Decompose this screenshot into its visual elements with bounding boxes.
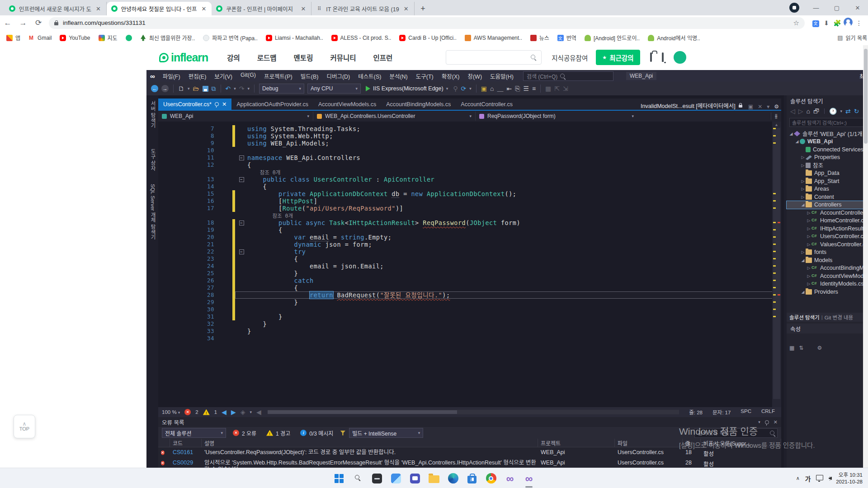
page-scrollbar[interactable] bbox=[863, 45, 868, 468]
bookmark-star-icon[interactable]: ☆ bbox=[793, 19, 799, 27]
reload-icon[interactable]: ⟳ bbox=[31, 18, 46, 28]
back-icon[interactable]: ◁ bbox=[790, 108, 795, 115]
error-source-dropdown[interactable]: 빌드 + IntelliSense▾ bbox=[349, 428, 423, 438]
tree-item-controllers[interactable]: ◢ Controllers bbox=[787, 201, 865, 209]
knowledge-share-link[interactable]: 지식공유참여 bbox=[552, 53, 588, 62]
code-line[interactable]: 25 } bbox=[158, 270, 781, 277]
bookmark-item[interactable]: 번역 bbox=[557, 34, 576, 42]
fold-collapse-icon[interactable]: − bbox=[239, 221, 244, 225]
tab-close-icon[interactable]: ✕ bbox=[403, 5, 410, 12]
vs-menu-item[interactable]: Git(G) bbox=[236, 72, 260, 80]
code-line[interactable]: 23 { bbox=[158, 255, 781, 263]
filter-icon[interactable] bbox=[340, 431, 345, 436]
browser-tab[interactable]: 인프런에서 새로운 메시지가 도 ✕ bbox=[5, 2, 107, 15]
codelens-row[interactable]: 참조 0개 bbox=[158, 212, 781, 219]
open-file-icon[interactable]: 🗁 bbox=[193, 85, 199, 92]
browser-tab[interactable]: ⠿ IT 온라인 교육 사이트 모음 (19 ✕ bbox=[311, 2, 414, 15]
site-nav-item[interactable]: 멘토링 bbox=[294, 52, 313, 62]
breadcrumb-class[interactable]: WEB_Api.Controllers.UsersController▾ bbox=[313, 112, 476, 121]
solution-platform-dropdown[interactable]: Any CPU▾ bbox=[307, 84, 361, 94]
window-minimize-button[interactable]: — bbox=[806, 5, 826, 11]
bookmark-item[interactable]: Cardi B - Up [Offici.. bbox=[399, 35, 456, 41]
start-debugging-button[interactable]: IIS Express(Microsoft Edge)▾ bbox=[364, 85, 450, 92]
tree-item-models[interactable]: ◢ Models bbox=[787, 256, 865, 264]
code-line[interactable]: 17 [Route("api/Users/ReqPassword")] bbox=[158, 205, 781, 212]
codelens-row[interactable]: 참조 0개 bbox=[158, 169, 781, 176]
pin-icon[interactable] bbox=[765, 420, 769, 424]
close-icon[interactable]: ✕ bbox=[755, 103, 764, 110]
code-editor[interactable]: 7 using System.Threading.Tasks; 8 using … bbox=[158, 122, 781, 407]
zoom-level-dropdown[interactable]: 100 % ▾ bbox=[162, 409, 180, 415]
vs-menu-item[interactable]: 빌드(B) bbox=[297, 72, 323, 80]
redo-icon[interactable]: ↷ bbox=[239, 85, 245, 92]
code-line[interactable]: 29 } bbox=[158, 299, 781, 306]
ime-indicator[interactable]: 가 bbox=[805, 474, 811, 483]
tree-item-app-data[interactable]: App_Data bbox=[787, 169, 865, 178]
profile-avatar[interactable] bbox=[843, 18, 854, 28]
extensions-puzzle-icon[interactable]: 🧩 bbox=[832, 19, 843, 27]
recent-courses-button[interactable]: ★최근강의 bbox=[596, 50, 640, 65]
close-icon[interactable]: ✕ bbox=[774, 419, 778, 425]
column-header[interactable]: 프로젝트 bbox=[538, 439, 615, 447]
quick-window-icon[interactable]: ⌂ bbox=[490, 85, 494, 92]
taskbar-edge-icon[interactable] bbox=[447, 473, 459, 484]
tree-item-identitymodels-cs[interactable]: ▷ IdentityModels.cs bbox=[787, 280, 865, 288]
bookmark-item[interactable]: 앱 bbox=[6, 34, 20, 42]
new-tab-button[interactable]: + bbox=[417, 3, 429, 14]
promote-preview-icon[interactable]: ▣ bbox=[746, 103, 755, 110]
vs-menu-item[interactable]: 테스트(S) bbox=[354, 72, 385, 80]
switch-views-icon[interactable]: 🗗 bbox=[813, 108, 820, 115]
code-line[interactable]: 24 email = json.Email; bbox=[158, 263, 781, 270]
tray-chevron-icon[interactable]: ∧ bbox=[796, 475, 800, 481]
chevron-collapsed-icon[interactable]: ▷ bbox=[800, 195, 806, 199]
code-line[interactable]: 15 private ApplicationDbContext db = new… bbox=[158, 190, 781, 197]
network-icon[interactable] bbox=[816, 475, 823, 480]
tree-item-web-api[interactable]: ◢ WEB_Api bbox=[787, 138, 865, 146]
taskbar-teams-icon[interactable] bbox=[409, 473, 421, 484]
bookmark-item[interactable]: ALESS - Cit prod. S.. bbox=[331, 35, 392, 41]
tree-item-app-start[interactable]: ▷ App_Start bbox=[787, 177, 865, 185]
gear-icon[interactable]: ⚙ bbox=[772, 103, 781, 110]
chevron-expanded-icon[interactable]: ◢ bbox=[800, 258, 806, 263]
severity-column-header[interactable] bbox=[158, 439, 170, 447]
document-tab[interactable]: AccountBindingModels.cs bbox=[381, 99, 456, 110]
tree-item-content[interactable]: ▷ Content bbox=[787, 193, 865, 201]
solution-explorer-bottom-tab[interactable]: 솔루션 탐색기 bbox=[789, 314, 820, 321]
bookmark-item[interactable]: [Android] 안드로이.. bbox=[585, 34, 640, 42]
fold-collapse-icon[interactable]: − bbox=[239, 177, 244, 182]
tree-item-accountbindingmodels-cs[interactable]: ▷ AccountBindingModels.cs bbox=[787, 264, 865, 272]
translate-extension-icon[interactable]: 文 bbox=[810, 19, 821, 27]
code-line[interactable]: 16 [HttpPost] bbox=[158, 197, 781, 205]
site-nav-item[interactable]: 로드맵 bbox=[257, 52, 277, 62]
bookmark-item[interactable]: 파파고 번역 (Papa.. bbox=[203, 34, 258, 42]
vs-menu-item[interactable]: 도구(T) bbox=[412, 72, 438, 80]
error-list-search-input[interactable]: 검색 오류 목록 bbox=[694, 428, 778, 438]
code-line[interactable]: 8 using System.Web.Http; bbox=[158, 132, 781, 140]
extension-icon[interactable]: ⬇ bbox=[821, 19, 832, 27]
forward-icon[interactable]: → bbox=[15, 19, 31, 28]
vs-menu-item[interactable]: 분석(N) bbox=[385, 72, 411, 80]
tree-item-homecontroller-cs[interactable]: ▷ HomeController.cs bbox=[787, 217, 865, 225]
error-code[interactable]: CS0161 bbox=[170, 449, 202, 455]
warnings-filter-button[interactable]: !1 경고 bbox=[263, 428, 293, 438]
vs-menu-item[interactable]: 보기(V) bbox=[210, 72, 236, 80]
fold-collapse-icon[interactable]: − bbox=[239, 249, 244, 254]
fold-collapse-icon[interactable]: − bbox=[239, 155, 244, 160]
server-explorer-tab[interactable]: 서버 탐색기 bbox=[149, 101, 156, 128]
toolbox-tab[interactable]: 도구 상자 bbox=[149, 149, 156, 171]
tree-item-accountviewmodels-cs[interactable]: ▷ AccountViewModels.cs bbox=[787, 272, 865, 280]
column-header[interactable]: 파일 bbox=[615, 439, 683, 447]
vs-search-box[interactable]: 검색 (Ctrl+Q) bbox=[523, 71, 613, 81]
site-nav-item[interactable]: 강의 bbox=[227, 52, 240, 62]
tree-item-providers[interactable]: ◢ Providers bbox=[787, 288, 865, 296]
tray-clock[interactable]: 오후 10:31 2021-10-28 bbox=[836, 472, 863, 485]
document-tab[interactable]: AccountViewModels.cs bbox=[313, 99, 381, 110]
navigate-forward-edit-icon[interactable]: ▶ bbox=[231, 408, 236, 416]
chevron-collapsed-icon[interactable]: ▷ bbox=[806, 234, 811, 239]
panel-dropdown-icon[interactable]: ▾ bbox=[758, 420, 760, 424]
code-line[interactable]: 12 { bbox=[158, 161, 781, 169]
browser-tab[interactable]: 쿠폰함 - 인프런 | 마이페이지 ✕ bbox=[212, 2, 311, 15]
uncomment-icon[interactable]: ⇱ bbox=[554, 85, 560, 92]
code-line[interactable]: 20 var email = string.Empty; bbox=[158, 234, 781, 241]
minimize-tool-icon[interactable]: ＿ bbox=[497, 85, 503, 92]
